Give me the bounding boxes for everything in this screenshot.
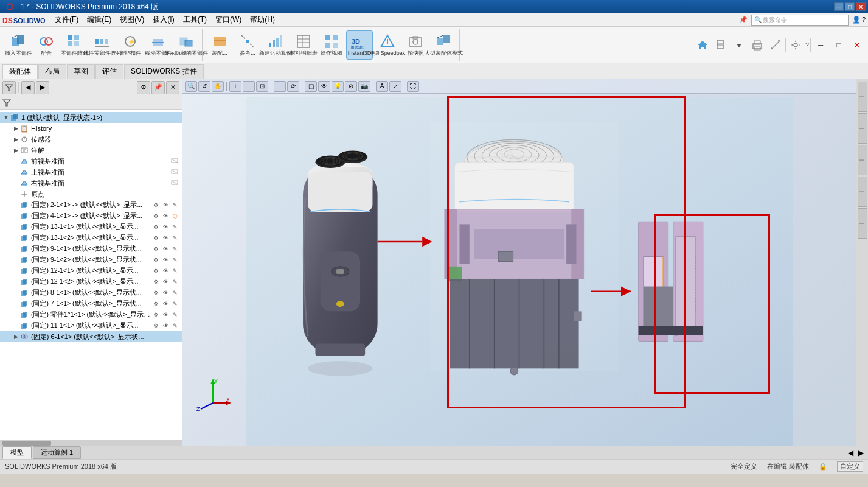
part2-edit-btn[interactable]: ⬡ xyxy=(171,212,179,220)
tab-sketch[interactable]: 草图 xyxy=(67,64,95,79)
smart-fastener-btn[interactable]: ⚡ 智能扣件 xyxy=(117,30,144,60)
linear-pattern-btn[interactable]: 线性零部件阵列 xyxy=(89,30,116,60)
win-close-btn[interactable]: ✕ xyxy=(849,37,866,54)
part6-vis-btn[interactable]: 👁 xyxy=(161,256,170,264)
plane1-vis-icon[interactable] xyxy=(171,157,179,166)
part6-edit-btn[interactable]: ✎ xyxy=(171,256,179,264)
part2-config-btn[interactable]: ⚙ xyxy=(151,212,160,220)
explode-view-btn[interactable]: 操作视图 xyxy=(318,30,345,60)
vp-fit-btn[interactable]: ⊡ xyxy=(256,81,268,92)
print-btn[interactable] xyxy=(749,37,766,54)
part9-config-btn[interactable]: ⚙ xyxy=(151,289,160,297)
part12-vis-btn[interactable]: 👁 xyxy=(161,321,170,330)
menu-window[interactable]: 窗口(W) xyxy=(212,13,245,26)
tree-sensor-item[interactable]: ▶ 传感器 xyxy=(0,134,182,145)
right-btn-3[interactable]: | xyxy=(858,145,867,175)
win-min-btn[interactable]: ─ xyxy=(812,37,829,54)
viewport[interactable]: 🔍 ↺ ✋ + − ⊡ ⊥ ⟳ ◫ 👁 💡 ⊘ 📷 A ↗ ⛶ xyxy=(182,79,856,446)
vp-section-btn[interactable]: ⊘ xyxy=(345,81,357,92)
tree-history-item[interactable]: ▶ 📋 History xyxy=(0,123,182,134)
sidebar-h-scrollbar[interactable] xyxy=(0,440,182,446)
tree-part6-item[interactable]: (固定) 9-1<2> (默认<<默认>_显示状... ⚙ 👁 ✎ xyxy=(0,254,182,265)
tree-part7-item[interactable]: (固定) 12-1<1> (默认<<默认>_显示... ⚙ 👁 ✎ xyxy=(0,265,182,276)
part10-config-btn[interactable]: ⚙ xyxy=(151,300,160,308)
bottom-tab-motion[interactable]: 运动算例 1 xyxy=(33,446,81,459)
menu-view[interactable]: 视图(V) xyxy=(116,13,148,26)
part4-edit-btn[interactable]: ✎ xyxy=(171,234,179,242)
menu-edit[interactable]: 编辑(E) xyxy=(83,13,115,26)
tree-sensor-expand[interactable]: ▶ xyxy=(12,136,19,143)
part8-vis-btn[interactable]: 👁 xyxy=(161,278,170,286)
instant3d-btn[interactable]: 3Dinstant Instant3D xyxy=(346,30,373,60)
show-hide-btn[interactable]: 显示隐藏的零部件 xyxy=(173,30,200,60)
tree-part8-item[interactable]: (固定) 12-1<2> (默认<<默认>_显示... ⚙ 👁 ✎ xyxy=(0,276,182,287)
tree-part2-item[interactable]: (固定) 4-1<1> -> (默认<<默认>_显示... ⚙ 👁 ⬡ xyxy=(0,211,182,222)
vp-orient-btn[interactable]: ⟳ xyxy=(287,81,299,92)
sidebar-expand-btn[interactable]: ▶ xyxy=(36,81,49,94)
vp-pan-btn[interactable]: ✋ xyxy=(212,81,224,92)
sidebar-h-scroll-thumb[interactable] xyxy=(2,441,51,446)
vp-display-btn[interactable]: ◫ xyxy=(305,81,317,92)
tree-root-expand[interactable]: ▼ xyxy=(2,114,10,121)
right-btn-1[interactable]: | xyxy=(858,82,867,112)
menu-tools[interactable]: 工具(T) xyxy=(179,13,210,26)
status-custom[interactable]: 自定义 xyxy=(837,461,863,472)
part7-config-btn[interactable]: ⚙ xyxy=(151,267,160,275)
tree-annotation-item[interactable]: ▶ 注解 xyxy=(0,145,182,156)
right-btn-2[interactable]: | xyxy=(858,113,867,144)
tree-part12-item[interactable]: (固定) 11-1<1> (默认<<默认>_显示... ⚙ 👁 ✎ xyxy=(0,320,182,331)
vp-zoom-out-btn[interactable]: − xyxy=(243,81,255,92)
measure-btn[interactable] xyxy=(767,37,784,54)
part9-edit-btn[interactable]: ✎ xyxy=(171,289,179,297)
tree-plane3-item[interactable]: 右视基准面 xyxy=(0,178,182,189)
tree-plane1-item[interactable]: 前视基准面 xyxy=(0,156,182,167)
sidebar-close-btn[interactable]: ✕ xyxy=(166,81,179,94)
motion-study-btn[interactable]: 新建运动算例 xyxy=(262,30,289,60)
dropdown-btn[interactable] xyxy=(731,37,748,54)
part12-config-btn[interactable]: ⚙ xyxy=(151,321,160,330)
vp-annotation-btn[interactable]: A xyxy=(376,81,388,92)
right-btn-4[interactable]: | xyxy=(858,177,867,207)
tree-mate-expand[interactable]: ▶ xyxy=(12,333,19,340)
sidebar-settings-btn[interactable]: ⚙ xyxy=(137,81,150,94)
plane2-vis-icon[interactable] xyxy=(171,168,179,177)
part7-vis-btn[interactable]: 👁 xyxy=(161,267,170,275)
tab-layout[interactable]: 布局 xyxy=(38,64,66,79)
part5-edit-btn[interactable]: ✎ xyxy=(171,245,179,253)
part12-edit-btn[interactable]: ✎ xyxy=(171,321,179,330)
tab-evaluate[interactable]: 评估 xyxy=(95,64,123,79)
part10-edit-btn[interactable]: ✎ xyxy=(171,300,179,308)
menu-file[interactable]: 文件(F) xyxy=(51,13,82,26)
part4-vis-btn[interactable]: 👁 xyxy=(161,234,170,242)
tree-plane2-item[interactable]: 上视基准面 xyxy=(0,167,182,178)
tree-part4-item[interactable]: (固定) 13-1<2> (默认<<默认>_显示... ⚙ 👁 ✎ xyxy=(0,233,182,244)
vp-zoom-area-btn[interactable]: 🔍 xyxy=(185,81,197,92)
vp-normal-btn[interactable]: ⊥ xyxy=(274,81,286,92)
tab-plugins[interactable]: SOLIDWORKS 插件 xyxy=(124,64,204,79)
part7-edit-btn[interactable]: ✎ xyxy=(171,267,179,275)
pin-icon[interactable]: 📌 xyxy=(739,16,748,24)
part5-vis-btn[interactable]: 👁 xyxy=(161,245,170,253)
tree-history-expand[interactable]: ▶ xyxy=(12,125,19,132)
tree-part10-item[interactable]: (固定) 7-1<1> (默认<<默认>_显示状... ⚙ 👁 ✎ xyxy=(0,298,182,309)
vp-zoom-in-btn[interactable]: + xyxy=(229,81,241,92)
bottom-tab-model[interactable]: 模型 xyxy=(2,446,32,459)
user-icon[interactable]: 👤 xyxy=(852,16,861,24)
part11-vis-btn[interactable]: 👁 xyxy=(161,310,170,319)
title-controls[interactable]: ─ □ ✕ xyxy=(834,2,866,11)
vp-hide-btn[interactable]: 👁 xyxy=(318,81,330,92)
bom-btn[interactable]: 材料明细表 xyxy=(290,30,317,60)
search-box[interactable]: 🔍 搜索命令 xyxy=(751,15,849,26)
home-btn[interactable] xyxy=(694,37,711,54)
part3-edit-btn[interactable]: ✎ xyxy=(171,223,179,231)
part11-config-btn[interactable]: ⚙ xyxy=(151,310,160,319)
part8-edit-btn[interactable]: ✎ xyxy=(171,278,179,286)
win-restore-btn[interactable]: □ xyxy=(830,37,847,54)
tab-assembly[interactable]: 装配体 xyxy=(2,64,38,79)
right-btn-5[interactable]: | xyxy=(858,208,867,239)
part10-vis-btn[interactable]: 👁 xyxy=(161,300,170,308)
tree-part3-item[interactable]: (固定) 13-1<1> (默认<<默认>_显示... ⚙ 👁 ✎ xyxy=(0,222,182,233)
vp-lights-btn[interactable]: 💡 xyxy=(332,81,344,92)
part6-config-btn[interactable]: ⚙ xyxy=(151,256,160,264)
close-btn[interactable]: ✕ xyxy=(856,2,866,11)
